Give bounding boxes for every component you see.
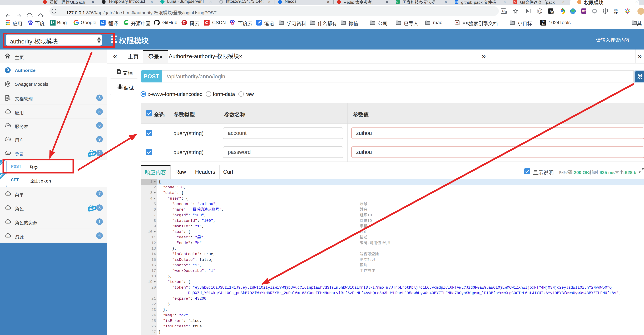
svg-text:API: API	[6, 235, 10, 237]
svg-text:NEW: NEW	[0, 160, 4, 165]
svg-text:API: API	[6, 139, 10, 140]
svg-text:API: API	[6, 221, 10, 223]
svg-text:API: API	[6, 125, 10, 127]
svg-text:du: du	[30, 23, 32, 25]
svg-text:API: API	[6, 111, 10, 113]
svg-text:NEW: NEW	[0, 173, 4, 178]
svg-text:API: API	[6, 152, 10, 154]
svg-text:API: API	[6, 193, 10, 195]
svg-text:API: API	[6, 207, 10, 209]
